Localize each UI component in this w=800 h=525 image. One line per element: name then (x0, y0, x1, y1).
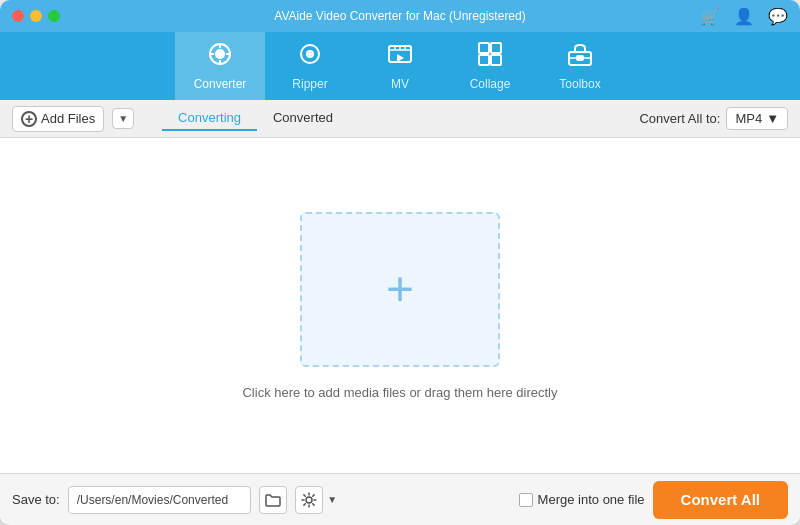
nav-item-converter[interactable]: Converter (175, 32, 265, 100)
format-dropdown-arrow: ▼ (766, 111, 779, 126)
window-title: AVAide Video Converter for Mac (Unregist… (274, 9, 525, 23)
ripper-icon (297, 41, 323, 73)
drop-zone[interactable]: + (300, 212, 500, 367)
svg-point-13 (306, 497, 312, 503)
maximize-button[interactable] (48, 10, 60, 22)
chat-icon[interactable]: 💬 (768, 7, 788, 26)
svg-point-1 (216, 50, 224, 58)
merge-label[interactable]: Merge into one file (519, 492, 645, 507)
merge-checkbox[interactable] (519, 493, 533, 507)
title-bar: AVAide Video Converter for Mac (Unregist… (0, 0, 800, 32)
svg-point-4 (309, 53, 311, 55)
mv-icon (387, 41, 413, 73)
svg-rect-6 (479, 43, 489, 53)
nav-label-toolbox: Toolbox (559, 77, 600, 91)
nav-item-mv[interactable]: MV (355, 32, 445, 100)
cart-icon[interactable]: 🛒 (700, 7, 720, 26)
main-area: + Click here to add media files or drag … (0, 138, 800, 473)
convert-all-to-label: Convert All to: MP4 ▼ (639, 107, 788, 130)
nav-label-collage: Collage (470, 77, 511, 91)
add-files-dropdown[interactable]: ▼ (112, 108, 134, 129)
svg-rect-7 (491, 43, 501, 53)
tab-converted[interactable]: Converted (257, 106, 349, 131)
folder-icon (265, 493, 281, 507)
svg-rect-8 (479, 55, 489, 65)
nav-item-toolbox[interactable]: Toolbox (535, 32, 625, 100)
settings-button[interactable] (295, 486, 323, 514)
settings-dropdown[interactable]: ▼ (327, 494, 337, 505)
add-files-label: Add Files (41, 111, 95, 126)
toolbar: + Add Files ▼ Converting Converted Conve… (0, 100, 800, 138)
merge-label-text: Merge into one file (538, 492, 645, 507)
plus-icon: + (386, 265, 414, 313)
nav-label-converter: Converter (194, 77, 247, 91)
minimize-button[interactable] (30, 10, 42, 22)
nav-item-ripper[interactable]: Ripper (265, 32, 355, 100)
user-icon[interactable]: 👤 (734, 7, 754, 26)
toolbox-icon (567, 41, 593, 73)
collage-icon (477, 41, 503, 73)
add-files-button[interactable]: + Add Files (12, 106, 104, 132)
settings-icon (301, 492, 317, 508)
save-to-label: Save to: (12, 492, 60, 507)
drop-hint: Click here to add media files or drag th… (242, 385, 557, 400)
tab-group: Converting Converted (162, 106, 349, 131)
format-value: MP4 (735, 111, 762, 126)
traffic-lights (12, 10, 60, 22)
add-icon: + (21, 111, 37, 127)
footer: Save to: ▼ Merge into one file Convert A… (0, 473, 800, 525)
title-icons: 🛒 👤 💬 (700, 7, 788, 26)
close-button[interactable] (12, 10, 24, 22)
svg-rect-12 (577, 56, 583, 60)
browse-folder-button[interactable] (259, 486, 287, 514)
tab-converting[interactable]: Converting (162, 106, 257, 131)
nav-label-ripper: Ripper (292, 77, 327, 91)
convert-all-to-text: Convert All to: (639, 111, 720, 126)
nav-bar: Converter Ripper MV (0, 32, 800, 100)
convert-all-button[interactable]: Convert All (653, 481, 788, 519)
nav-label-mv: MV (391, 77, 409, 91)
converter-icon (207, 41, 233, 73)
nav-item-collage[interactable]: Collage (445, 32, 535, 100)
format-select[interactable]: MP4 ▼ (726, 107, 788, 130)
save-path-input[interactable] (68, 486, 252, 514)
svg-rect-9 (491, 55, 501, 65)
